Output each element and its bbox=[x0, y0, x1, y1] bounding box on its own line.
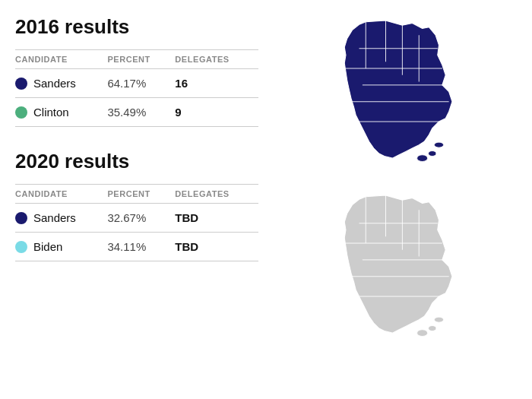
candidate-cell: Clinton bbox=[15, 98, 107, 127]
header-delegates-2020: DELEGATES bbox=[175, 185, 258, 204]
delegates-cell: TBD bbox=[175, 233, 258, 261]
candidate-cell: Sanders bbox=[15, 204, 107, 233]
left-panel: 2016 results CANDIDATE PERCENT DELEGATES… bbox=[0, 0, 274, 399]
svg-point-10 bbox=[417, 155, 428, 162]
title-2016: 2016 results bbox=[15, 15, 258, 39]
table-row: Biden 34.11% TBD bbox=[15, 233, 258, 261]
candidate-cell: Sanders bbox=[15, 69, 107, 98]
title-2020: 2020 results bbox=[15, 150, 258, 173]
candidate-dot bbox=[15, 78, 27, 90]
candidate-dot bbox=[15, 241, 27, 253]
candidate-dot bbox=[15, 106, 27, 119]
svg-point-24 bbox=[429, 326, 437, 331]
table-2020: CANDIDATE PERCENT DELEGATES Sanders 32.6… bbox=[15, 184, 258, 261]
section-2016: 2016 results CANDIDATE PERCENT DELEGATES… bbox=[15, 15, 258, 127]
map-container bbox=[323, 15, 475, 350]
candidate-cell: Biden bbox=[15, 233, 107, 261]
svg-point-12 bbox=[434, 142, 443, 147]
main-container: 2016 results CANDIDATE PERCENT DELEGATES… bbox=[0, 0, 532, 399]
percent-cell: 35.49% bbox=[107, 98, 175, 127]
table-row: Sanders 32.67% TBD bbox=[15, 204, 258, 233]
delegates-cell: 16 bbox=[175, 69, 258, 98]
percent-cell: 32.67% bbox=[107, 204, 175, 233]
table-2016: CANDIDATE PERCENT DELEGATES Sanders 64.1… bbox=[15, 49, 258, 127]
percent-cell: 34.11% bbox=[107, 233, 175, 261]
section-2020: 2020 results CANDIDATE PERCENT DELEGATES… bbox=[15, 150, 258, 261]
delegates-cell: 9 bbox=[175, 98, 258, 127]
svg-point-23 bbox=[417, 330, 428, 337]
delegates-cell: TBD bbox=[175, 204, 258, 233]
svg-point-25 bbox=[434, 317, 443, 322]
candidate-dot bbox=[15, 212, 27, 224]
svg-marker-0 bbox=[344, 21, 452, 158]
header-percent-2020: PERCENT bbox=[107, 185, 175, 204]
candidate-name: Clinton bbox=[33, 106, 69, 119]
candidate-name: Biden bbox=[33, 240, 62, 253]
table-row: Sanders 64.17% 16 bbox=[15, 69, 258, 98]
header-percent-2016: PERCENT bbox=[107, 50, 175, 69]
percent-cell: 64.17% bbox=[107, 69, 175, 98]
header-delegates-2016: DELEGATES bbox=[175, 50, 258, 69]
map-2016 bbox=[323, 15, 475, 175]
candidate-name: Sanders bbox=[33, 211, 76, 224]
header-candidate-2020: CANDIDATE bbox=[15, 185, 107, 204]
candidate-name: Sanders bbox=[33, 77, 76, 90]
svg-point-11 bbox=[429, 151, 437, 157]
header-candidate-2016: CANDIDATE bbox=[15, 50, 107, 69]
right-panel bbox=[274, 0, 532, 399]
table-row: Clinton 35.49% 9 bbox=[15, 98, 258, 127]
map-2020 bbox=[323, 190, 475, 350]
svg-marker-13 bbox=[344, 195, 452, 333]
